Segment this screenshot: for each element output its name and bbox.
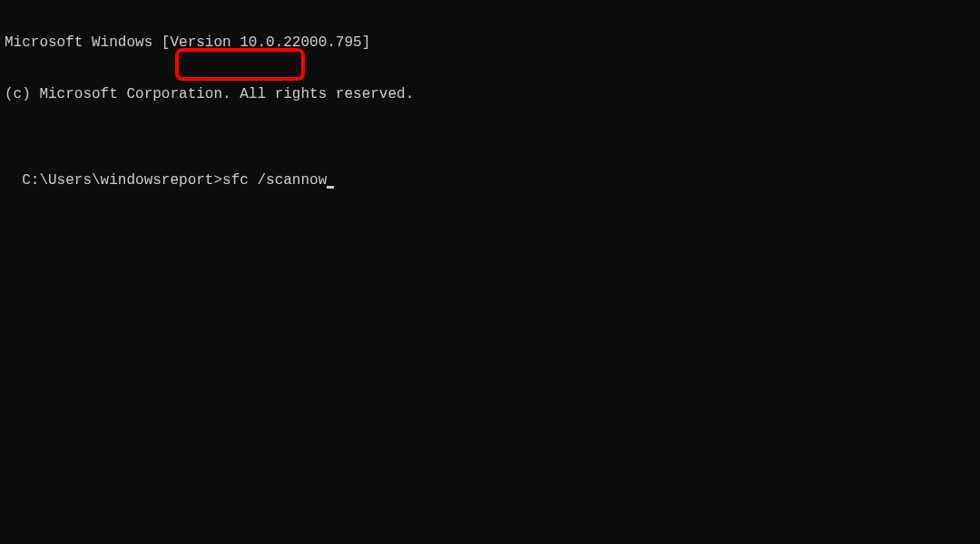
command-input[interactable]: sfc /scannow [222,172,327,189]
cursor-icon [327,186,334,189]
prompt-line[interactable]: C:\Users\windowsreport>sfc /scannow [22,172,334,189]
blank-line [5,138,975,155]
version-line: Microsoft Windows [Version 10.0.22000.79… [5,34,975,52]
terminal-output[interactable]: Microsoft Windows [Version 10.0.22000.79… [0,0,980,189]
copyright-line: (c) Microsoft Corporation. All rights re… [5,86,975,103]
prompt-path: C:\Users\windowsreport> [22,172,222,189]
